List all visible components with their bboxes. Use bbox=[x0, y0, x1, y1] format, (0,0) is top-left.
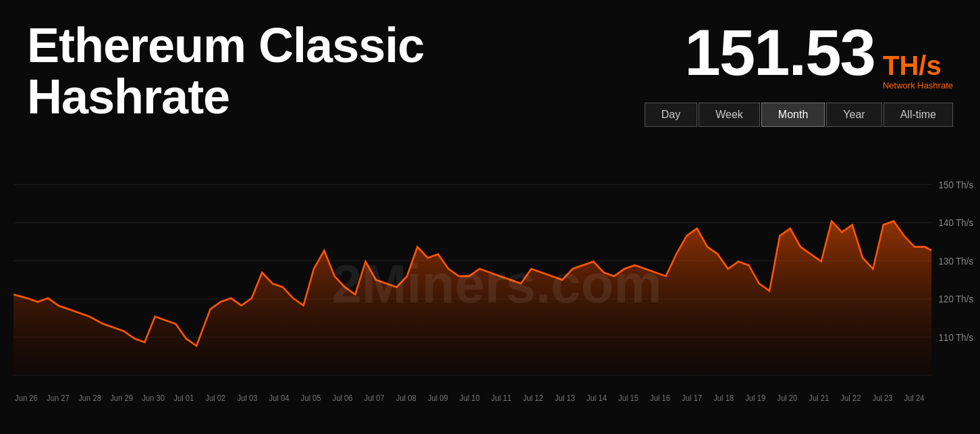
filter-week[interactable]: Week bbox=[699, 103, 760, 127]
hashrate-unit: TH/s bbox=[883, 52, 942, 79]
hashrate-display: 151.53 TH/s Network Hashrate bbox=[684, 20, 953, 90]
chart-area: 2Miners.com 150 Th/s 140 Th/s 130 Th bbox=[13, 134, 980, 434]
title-block: Ethereum Classic Hashrate bbox=[27, 20, 645, 122]
svg-text:150 Th/s: 150 Th/s bbox=[939, 180, 974, 190]
svg-text:Jun 27: Jun 27 bbox=[47, 394, 70, 402]
time-filters: Day Week Month Year All-time bbox=[645, 103, 953, 127]
svg-text:Jul 21: Jul 21 bbox=[809, 394, 829, 402]
filter-alltime[interactable]: All-time bbox=[883, 103, 953, 127]
svg-text:Jul 09: Jul 09 bbox=[428, 394, 448, 402]
page-title: Ethereum Classic Hashrate bbox=[27, 20, 645, 122]
svg-text:Jul 17: Jul 17 bbox=[682, 394, 702, 402]
filter-year[interactable]: Year bbox=[826, 103, 881, 127]
svg-text:Jul 16: Jul 16 bbox=[650, 394, 670, 402]
page-container: Ethereum Classic Hashrate 151.53 TH/s Ne… bbox=[0, 0, 980, 434]
svg-text:Jul 10: Jul 10 bbox=[460, 394, 480, 402]
svg-text:Jul 01: Jul 01 bbox=[173, 394, 194, 402]
svg-text:Jun 26: Jun 26 bbox=[15, 394, 38, 402]
svg-text:Jul 11: Jul 11 bbox=[491, 394, 512, 402]
svg-text:Jul 18: Jul 18 bbox=[713, 394, 734, 402]
svg-text:Jun 29: Jun 29 bbox=[110, 394, 133, 402]
svg-text:Jul 05: Jul 05 bbox=[301, 394, 321, 402]
svg-text:Jul 06: Jul 06 bbox=[333, 394, 353, 402]
svg-text:Jul 07: Jul 07 bbox=[364, 394, 385, 402]
filter-month[interactable]: Month bbox=[761, 103, 825, 127]
chart-svg: 150 Th/s 140 Th/s 130 Th/s 120 Th/s 110 … bbox=[13, 140, 980, 434]
header: Ethereum Classic Hashrate 151.53 TH/s Ne… bbox=[0, 0, 980, 134]
svg-text:110 Th/s: 110 Th/s bbox=[939, 333, 974, 343]
svg-text:Jul 14: Jul 14 bbox=[587, 394, 607, 402]
svg-text:130 Th/s: 130 Th/s bbox=[939, 256, 974, 266]
hashrate-unit-block: TH/s Network Hashrate bbox=[883, 52, 953, 90]
svg-text:Jul 02: Jul 02 bbox=[205, 394, 225, 402]
svg-text:Jul 24: Jul 24 bbox=[904, 394, 925, 402]
svg-text:Jul 04: Jul 04 bbox=[269, 394, 290, 402]
svg-text:Jul 12: Jul 12 bbox=[523, 394, 543, 402]
svg-text:120 Th/s: 120 Th/s bbox=[939, 294, 974, 304]
hashrate-label: Network Hashrate bbox=[883, 80, 953, 90]
filter-day[interactable]: Day bbox=[645, 103, 697, 127]
svg-text:Jul 15: Jul 15 bbox=[618, 394, 638, 402]
svg-text:Jun 30: Jun 30 bbox=[142, 394, 165, 402]
svg-text:Jul 19: Jul 19 bbox=[745, 394, 765, 402]
svg-text:Jul 03: Jul 03 bbox=[237, 394, 257, 402]
svg-text:Jul 22: Jul 22 bbox=[840, 394, 861, 402]
svg-text:140 Th/s: 140 Th/s bbox=[939, 218, 974, 228]
svg-text:Jun 28: Jun 28 bbox=[78, 394, 101, 402]
svg-text:Jul 23: Jul 23 bbox=[872, 394, 892, 402]
right-block: 151.53 TH/s Network Hashrate Day Week Mo… bbox=[645, 20, 953, 127]
hashrate-value: 151.53 bbox=[684, 20, 875, 85]
svg-text:Jul 20: Jul 20 bbox=[777, 394, 797, 402]
svg-text:Jul 13: Jul 13 bbox=[555, 394, 575, 402]
svg-text:Jul 08: Jul 08 bbox=[396, 394, 416, 402]
